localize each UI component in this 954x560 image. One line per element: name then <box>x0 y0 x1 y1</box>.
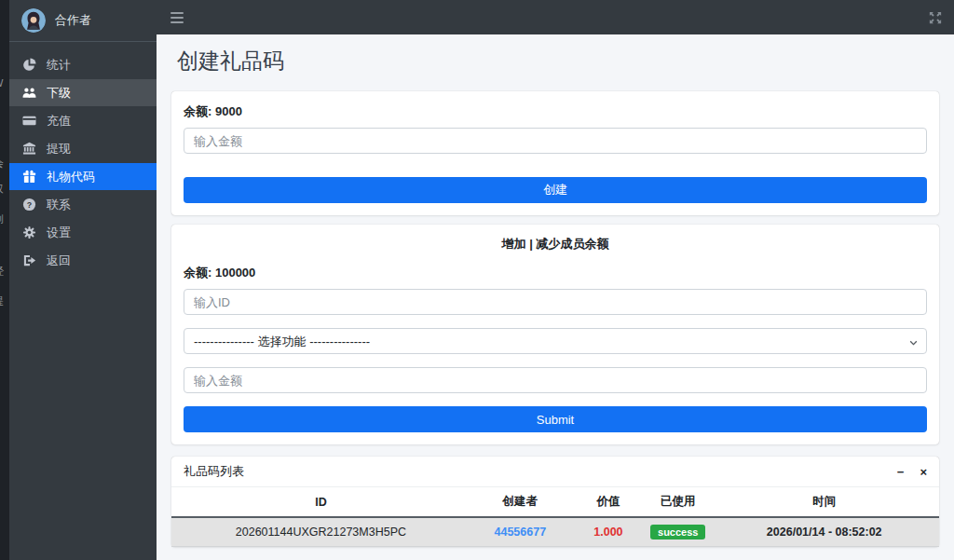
users-icon <box>21 86 37 100</box>
sidebar-item-recharge[interactable]: 充值 <box>9 107 157 134</box>
col-header-value: 价值 <box>570 487 647 517</box>
amount-input[interactable] <box>184 128 927 154</box>
bank-icon <box>21 142 37 156</box>
balance-label: 余额: 9000 <box>184 103 927 120</box>
sidebar-menu: 统计 下级 充值 提现 礼物代码 ? <box>9 42 157 274</box>
sidebar-item-withdraw[interactable]: 提现 <box>9 135 157 162</box>
close-icon[interactable]: × <box>920 466 927 478</box>
list-card-title: 礼品码列表 <box>184 463 244 480</box>
member-id-input[interactable] <box>184 289 927 315</box>
sidebar-item-label: 返回 <box>47 253 71 269</box>
clipped-glyph: W <box>0 78 3 89</box>
sidebar-item-settings[interactable]: 设置 <box>9 219 157 246</box>
col-header-id: ID <box>171 487 470 517</box>
create-gift-code-card: 余额: 9000 创建 <box>171 91 939 215</box>
cell-time: 2026/01/14 - 08:52:02 <box>709 517 939 547</box>
gift-code-table: ID 创建者 价值 已使用 时间 202601144UXGR21273M3H5P… <box>171 487 939 547</box>
col-header-used: 已使用 <box>647 487 709 517</box>
sidebar-item-label: 礼物代码 <box>47 169 95 185</box>
background-edge-strip: W [ : 会 双 刮 经 提 <box>0 0 9 560</box>
sidebar-item-label: 联系 <box>47 197 71 213</box>
cell-creator: 44556677 <box>470 517 570 547</box>
cell-gift-code-id: 202601144UXGR21273M3H5PC <box>171 517 470 547</box>
minimize-icon[interactable]: − <box>897 466 905 478</box>
submit-button[interactable]: Submit <box>184 406 927 432</box>
credit-card-icon <box>21 114 37 128</box>
gift-code-list-card: 礼品码列表 − × ID 创建者 价值 已使用 时间 <box>171 457 939 547</box>
function-select-wrap: --------------- 选择功能 --------------- <box>184 328 927 354</box>
sidebar-item-statistics[interactable]: 统计 <box>9 51 157 78</box>
adjust-balance-card: 增加 | 减少成员余额 余额: 100000 --------------- 选… <box>171 225 939 444</box>
sidebar-item-label: 设置 <box>47 225 71 241</box>
sidebar-item-label: 统计 <box>47 57 71 74</box>
sidebar-item-gift-codes[interactable]: 礼物代码 <box>9 163 157 190</box>
chart-pie-icon <box>21 58 37 72</box>
gift-icon <box>21 170 37 184</box>
member-balance-label: 余额: 100000 <box>184 265 927 281</box>
table-row: 202601144UXGR21273M3H5PC 44556677 1.000 … <box>171 517 939 547</box>
sidebar-item-label: 提现 <box>47 141 71 157</box>
sidebar-item-contact[interactable]: ? 联系 <box>9 191 157 218</box>
col-header-creator: 创建者 <box>470 487 570 517</box>
top-navbar <box>157 0 954 34</box>
sidebar: 合作者 统计 下级 充值 提现 <box>9 0 157 560</box>
page-title: 创建礼品码 <box>177 47 934 75</box>
sidebar-item-label: 充值 <box>47 113 71 130</box>
table-header-row: ID 创建者 价值 已使用 时间 <box>171 487 939 517</box>
svg-text:?: ? <box>27 200 32 210</box>
sidebar-brand[interactable]: 合作者 <box>9 0 157 42</box>
sidebar-item-subordinates[interactable]: 下级 <box>9 79 157 106</box>
main-content: 创建礼品码 余额: 9000 创建 增加 | 减少成员余额 余额: 100000… <box>157 34 954 560</box>
fullscreen-icon[interactable] <box>929 11 942 24</box>
question-circle-icon: ? <box>21 198 37 212</box>
clipped-glyph: 双 <box>0 184 4 195</box>
brand-name: 合作者 <box>55 12 91 29</box>
clipped-glyph: 会 <box>0 158 4 169</box>
status-badge: success <box>650 525 705 540</box>
adjust-card-title: 增加 | 减少成员余额 <box>184 236 927 253</box>
clipped-glyph: 经 <box>0 266 4 277</box>
create-button[interactable]: 创建 <box>184 177 927 203</box>
clipped-glyph: 提 <box>0 296 4 307</box>
clipped-glyph: 刮 <box>0 214 4 225</box>
sign-out-icon <box>21 253 37 267</box>
card-tools: − × <box>897 466 927 478</box>
cell-status: success <box>647 517 709 547</box>
sidebar-item-label: 下级 <box>47 85 71 102</box>
adjust-amount-input[interactable] <box>184 367 927 393</box>
function-select[interactable]: --------------- 选择功能 --------------- <box>184 328 927 354</box>
cell-value: 1.000 <box>570 517 647 547</box>
col-header-time: 时间 <box>709 487 939 517</box>
avatar <box>21 8 46 33</box>
list-card-header: 礼品码列表 − × <box>171 457 939 487</box>
sidebar-item-back[interactable]: 返回 <box>9 247 157 274</box>
hamburger-menu-icon[interactable] <box>169 9 185 26</box>
gear-icon <box>21 225 37 239</box>
